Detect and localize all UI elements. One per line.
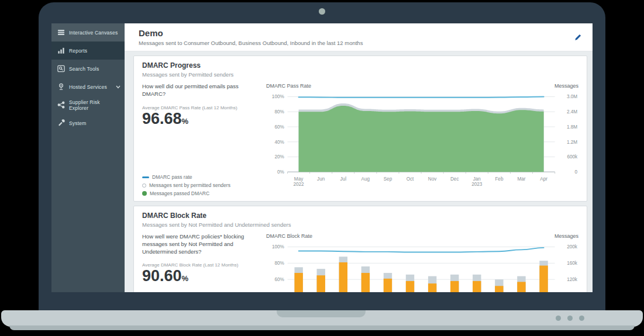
sidebar-item-hosted-services[interactable]: Hosted Services: [51, 78, 125, 96]
metric-question: How well were DMARC policies* blocking m…: [142, 233, 260, 255]
svg-text:0: 0: [575, 169, 578, 175]
dashboard-content: DMARC Progress Messages sent by Permitte…: [125, 51, 593, 292]
svg-text:2023: 2023: [471, 182, 483, 187]
svg-text:May: May: [294, 176, 304, 182]
chart-panel: DMARC Block Rate Messages 100%200k80%160…: [264, 233, 578, 292]
chart-panel: DMARC Pass Rate Messages 100%3.0M80%2.4M…: [264, 83, 578, 198]
search-tools-icon: [57, 65, 69, 72]
gray-ring-swatch: [142, 183, 146, 188]
svg-text:40%: 40%: [274, 140, 284, 145]
dmarc-pass-rate-chart: 100%3.0M80%2.4M60%1.8M40%1.2M20%600k0%0M…: [266, 90, 578, 191]
card-subtitle: Messages sent by Permitted senders: [142, 71, 578, 78]
laptop-mockup: Interactive CanvasesReportsSearch ToolsH…: [0, 0, 644, 336]
svg-text:Apr: Apr: [540, 176, 547, 182]
svg-text:Sep: Sep: [384, 176, 392, 182]
legend-item: DMARC pass rate: [142, 174, 260, 180]
sidebar-item-system[interactable]: System: [51, 114, 125, 132]
metric-value: 90.60%: [142, 268, 260, 285]
svg-text:80%: 80%: [275, 261, 284, 266]
svg-text:Feb: Feb: [495, 176, 504, 182]
svg-text:Dec: Dec: [450, 176, 459, 182]
svg-text:120k: 120k: [567, 277, 578, 282]
svg-text:100%: 100%: [272, 94, 284, 99]
svg-text:2022: 2022: [293, 182, 304, 187]
sidebar-item-reports[interactable]: Reports: [51, 41, 125, 60]
bar-blocked: [406, 281, 414, 292]
bar-blocked: [428, 283, 436, 292]
svg-text:160k: 160k: [567, 261, 578, 266]
bar-blocked: [539, 266, 547, 292]
card-dmarc-progress: DMARC Progress Messages sent by Permitte…: [133, 56, 587, 202]
bar-blocked: [473, 281, 481, 292]
sidebar-item-label: Supplier Risk Explorer: [69, 99, 120, 111]
block-rate-line: [299, 248, 544, 252]
sidebar-item-search-tools[interactable]: Search Tools: [51, 60, 125, 78]
bar-blocked: [517, 282, 525, 292]
svg-text:1.2M: 1.2M: [567, 140, 577, 145]
svg-text:Oct: Oct: [407, 176, 414, 182]
page-title: Demo: [139, 28, 363, 38]
sidebar-item-interactive-canvases[interactable]: Interactive Canvases: [51, 23, 125, 41]
chevron-down-icon: [116, 85, 120, 89]
svg-text:3.0M: 3.0M: [567, 94, 577, 99]
svg-text:Aug: Aug: [361, 176, 370, 182]
main-area: Demo Messages sent to Consumer Outbound,…: [125, 23, 593, 292]
metric-question: How well did our permitted emails pass D…: [142, 83, 260, 98]
svg-text:600k: 600k: [567, 154, 578, 160]
green-dot-swatch: [142, 191, 147, 196]
svg-text:Jun: Jun: [317, 176, 325, 182]
bar-blocked: [294, 273, 302, 292]
chart-axis-title-right: Messages: [555, 83, 578, 89]
bar-blocked: [450, 281, 459, 292]
edit-icon[interactable]: [574, 33, 582, 41]
page-header: Demo Messages sent to Consumer Outbound,…: [125, 23, 593, 51]
sidebar-item-label: System: [69, 120, 87, 126]
bar-blocked: [339, 262, 347, 292]
laptop-screen-bezel: Interactive CanvasesReportsSearch ToolsH…: [39, 2, 605, 310]
bar-blocked: [384, 279, 392, 292]
svg-text:60%: 60%: [275, 277, 284, 282]
card-subtitle: Messages sent by Not Permitted and Undet…: [142, 221, 578, 228]
canvases-icon: [57, 29, 69, 36]
svg-text:2.4M: 2.4M: [567, 109, 577, 115]
chart-axis-title-left: DMARC Block Rate: [266, 233, 312, 239]
sidebar-item-label: Interactive Canvases: [69, 30, 118, 36]
sidebar-item-label: Hosted Services: [69, 84, 107, 90]
metric-panel: How well did our permitted emails pass D…: [142, 83, 264, 198]
svg-text:0%: 0%: [277, 169, 284, 175]
svg-text:60%: 60%: [274, 124, 284, 130]
svg-text:Nov: Nov: [428, 176, 437, 182]
sidebar: Interactive CanvasesReportsSearch ToolsH…: [51, 23, 125, 292]
bar-blocked: [361, 273, 370, 292]
metric-value: 96.68%: [142, 110, 260, 128]
dmarc-block-rate-chart: 100%200k80%160k60%120k40%80k: [266, 240, 578, 292]
svg-text:100%: 100%: [272, 244, 284, 250]
metric-panel: How well were DMARC policies* blocking m…: [142, 233, 264, 292]
sidebar-item-label: Search Tools: [69, 66, 99, 72]
sidebar-item-label: Reports: [69, 48, 87, 54]
app-window: Interactive CanvasesReportsSearch ToolsH…: [51, 23, 593, 292]
hosted-services-icon: [57, 83, 69, 91]
passed-area: [299, 106, 544, 172]
svg-text:1.8M: 1.8M: [567, 124, 577, 130]
laptop-base: [1, 310, 643, 327]
legend-item: Messages passed DMARC: [142, 190, 260, 196]
card-title: DMARC Block Rate: [142, 212, 578, 220]
svg-text:Jul: Jul: [340, 176, 347, 182]
svg-text:Jan: Jan: [473, 176, 481, 182]
supplier-risk-icon: [57, 101, 69, 109]
chart-axis-title-left: DMARC Pass Rate: [266, 83, 311, 89]
page-header-text: Demo Messages sent to Consumer Outbound,…: [139, 28, 363, 46]
sidebar-item-supplier-risk-explorer[interactable]: Supplier Risk Explorer: [51, 96, 125, 114]
blue-line-swatch: [142, 176, 149, 178]
chart-legend: DMARC pass rateMessages sent by permitte…: [142, 172, 260, 198]
bar-blocked: [495, 286, 503, 292]
page-subtitle: Messages sent to Consumer Outbound, Busi…: [139, 40, 363, 46]
bar-blocked: [317, 275, 325, 292]
laptop-base-dots: [556, 316, 584, 321]
system-icon: [57, 119, 69, 127]
svg-text:80%: 80%: [274, 109, 284, 115]
reports-icon: [57, 47, 69, 54]
legend-item: Messages sent by permitted senders: [142, 182, 260, 188]
card-dmarc-block-rate: DMARC Block Rate Messages sent by Not Pe…: [133, 206, 587, 292]
